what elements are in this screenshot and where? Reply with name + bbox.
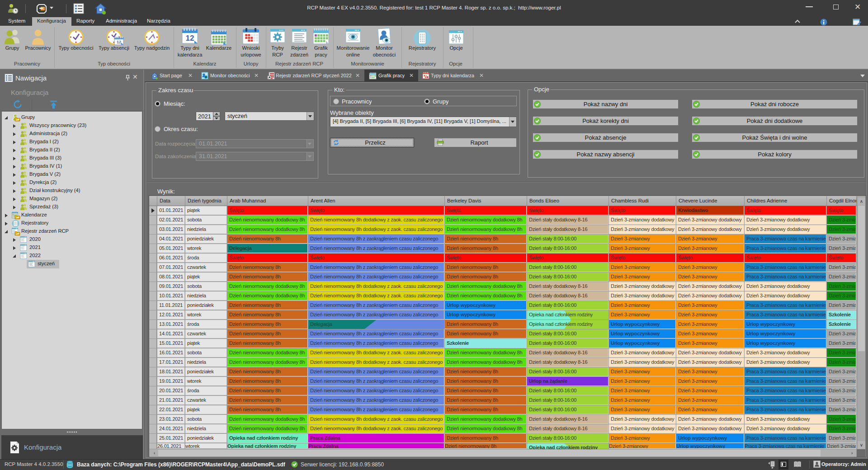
svg-text:12: 12 (186, 34, 194, 42)
svg-text:12: 12 (117, 40, 121, 44)
